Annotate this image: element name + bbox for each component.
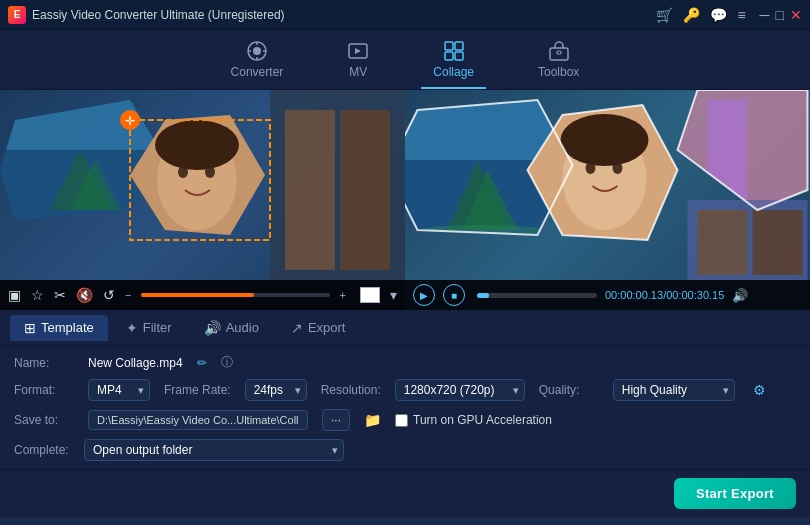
resolution-select-wrap: 1280x720 (720p) 1920x1080 (1080p) 854x48… (395, 379, 525, 401)
svg-rect-43 (753, 210, 803, 275)
play-button[interactable]: ▶ (413, 284, 435, 306)
stop-button[interactable]: ■ (443, 284, 465, 306)
volume-slider[interactable] (141, 293, 329, 297)
svg-point-31 (405, 225, 563, 245)
svg-rect-5 (445, 52, 453, 60)
svg-rect-8 (557, 51, 561, 54)
mute-icon[interactable]: 🔇 (76, 287, 93, 303)
right-preview-canvas (405, 90, 810, 280)
saveto-label: Save to: (14, 413, 74, 427)
gpu-checkbox[interactable] (395, 414, 408, 427)
preview-toolbar: ▣ ☆ ✂ 🔇 ↺ − + ▾ (0, 280, 405, 310)
svg-rect-42 (698, 210, 748, 275)
vol-min: − (125, 289, 131, 301)
menu-icon[interactable]: ≡ (737, 7, 745, 23)
settings-area: Name: New Collage.mp4 ✏ ⓘ Format: MP4 MO… (0, 346, 810, 469)
svg-rect-4 (455, 42, 463, 50)
framerate-select-wrap: 24fps 30fps 60fps (245, 379, 307, 401)
playback-fill (477, 293, 489, 298)
cart-icon[interactable]: 🛒 (656, 7, 673, 23)
name-value: New Collage.mp4 (88, 356, 183, 370)
svg-rect-40 (708, 100, 748, 210)
tab-filter-label: Filter (143, 320, 172, 335)
tab-export[interactable]: ↗ Export (277, 315, 360, 341)
complete-select[interactable]: Open output folder Do nothing Shut down (84, 439, 344, 461)
right-preview-toolbar: ▶ ■ 00:00:00.13/00:00:30.15 🔊 (405, 280, 810, 310)
title-bar: E Eassiy Video Converter Ultimate (Unreg… (0, 0, 810, 30)
left-preview-panel: ✛ ▣ ☆ ✂ 🔇 ↺ − + ▾ (0, 90, 405, 310)
title-bar-left: E Eassiy Video Converter Ultimate (Unreg… (8, 6, 285, 24)
main-content: ✛ ▣ ☆ ✂ 🔇 ↺ − + ▾ (0, 90, 810, 310)
minimize-button[interactable]: ─ (760, 7, 770, 23)
gpu-checkbox-wrap[interactable]: Turn on GPU Acceleration (395, 413, 552, 427)
name-edit-icon[interactable]: ✏ (197, 356, 207, 370)
complete-label: Complete: (14, 443, 74, 457)
volume-icon-right[interactable]: 🔊 (732, 288, 748, 303)
svg-rect-21 (285, 110, 335, 270)
close-button[interactable]: ✕ (790, 7, 802, 23)
maximize-button[interactable]: □ (776, 7, 784, 23)
tab-export-label: Export (308, 320, 346, 335)
svg-rect-6 (455, 52, 463, 60)
format-select[interactable]: MP4 MOV AVI MKV WMV (88, 379, 150, 401)
name-label: Name: (14, 356, 74, 370)
quality-select-wrap: High Quality Standard Quality Low Qualit… (613, 379, 735, 401)
browse-button[interactable]: ··· (322, 409, 350, 431)
name-info-icon[interactable]: ⓘ (221, 354, 233, 371)
saveto-path-input[interactable]: D:\Eassiy\Eassiy Video Co...Ultimate\Col… (88, 410, 308, 430)
select-icon[interactable]: ▣ (8, 287, 21, 303)
tab-filter[interactable]: ✦ Filter (112, 315, 186, 341)
complete-select-wrap: Open output folder Do nothing Shut down (84, 439, 344, 461)
nav-converter-label: Converter (231, 65, 284, 79)
gpu-label: Turn on GPU Acceleration (413, 413, 552, 427)
framerate-select[interactable]: 24fps 30fps 60fps (245, 379, 307, 401)
rotate-icon[interactable]: ↺ (103, 287, 115, 303)
svg-point-37 (561, 114, 649, 166)
svg-rect-3 (445, 42, 453, 50)
chat-icon[interactable]: 💬 (710, 7, 727, 23)
start-export-button[interactable]: Start Export (674, 478, 796, 509)
complete-row: Complete: Open output folder Do nothing … (14, 439, 796, 461)
open-folder-icon[interactable]: 📁 (364, 412, 381, 428)
svg-point-19 (155, 120, 239, 170)
saveto-row: Save to: D:\Eassiy\Eassiy Video Co...Ult… (14, 409, 796, 431)
filter-tab-icon: ✦ (126, 320, 138, 336)
nav-toolbox[interactable]: Toolbox (526, 36, 591, 89)
vol-max: + (340, 289, 346, 301)
nav-mv-label: MV (349, 65, 367, 79)
resolution-select[interactable]: 1280x720 (720p) 1920x1080 (1080p) 854x48… (395, 379, 525, 401)
right-preview-panel: ▶ ■ 00:00:00.13/00:00:30.15 🔊 (405, 90, 810, 310)
resolution-label: Resolution: (321, 383, 381, 397)
nav-mv[interactable]: MV (335, 36, 381, 89)
tab-audio[interactable]: 🔊 Audio (190, 315, 273, 341)
nav-collage[interactable]: Collage (421, 36, 486, 89)
title-bar-controls: 🛒 🔑 💬 ≡ ─ □ ✕ (656, 7, 802, 23)
tab-template[interactable]: ⊞ Template (10, 315, 108, 341)
nav-bar: Converter MV Collage Toolbox (0, 30, 810, 90)
svg-point-1 (253, 47, 261, 55)
window-controls: ─ □ ✕ (760, 7, 802, 23)
star-icon[interactable]: ☆ (31, 287, 44, 303)
nav-collage-label: Collage (433, 65, 474, 79)
quality-label: Quality: (539, 383, 599, 397)
bottom-bar: Start Export (0, 469, 810, 517)
playback-progress[interactable] (477, 293, 597, 298)
preview-thumb[interactable] (360, 287, 380, 303)
audio-tab-icon: 🔊 (204, 320, 221, 336)
nav-converter[interactable]: Converter (219, 36, 296, 89)
format-row: Format: MP4 MOV AVI MKV WMV Frame Rate: … (14, 379, 796, 401)
collage-shapes-right (405, 90, 810, 280)
dropdown-icon[interactable]: ▾ (390, 287, 397, 303)
quality-select[interactable]: High Quality Standard Quality Low Qualit… (613, 379, 735, 401)
svg-text:✛: ✛ (125, 114, 135, 128)
tab-template-label: Template (41, 320, 94, 335)
format-label: Format: (14, 383, 74, 397)
key-icon[interactable]: 🔑 (683, 7, 700, 23)
collage-shapes-left: ✛ (0, 90, 405, 280)
format-select-wrap: MP4 MOV AVI MKV WMV (88, 379, 150, 401)
tabs-row: ⊞ Template ✦ Filter 🔊 Audio ↗ Export (0, 310, 810, 346)
template-tab-icon: ⊞ (24, 320, 36, 336)
quality-settings-icon[interactable]: ⚙ (749, 380, 770, 400)
scissors-icon[interactable]: ✂ (54, 287, 66, 303)
svg-rect-22 (340, 110, 390, 270)
